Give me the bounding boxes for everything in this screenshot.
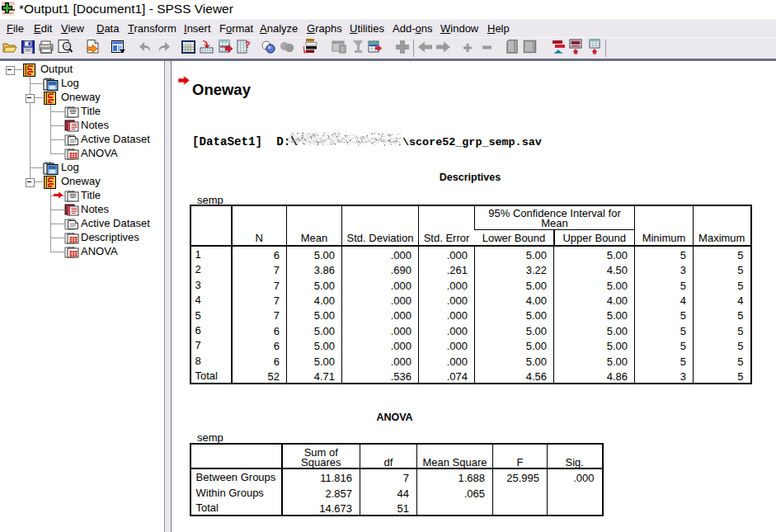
svg-text:?: ? — [245, 40, 251, 49]
